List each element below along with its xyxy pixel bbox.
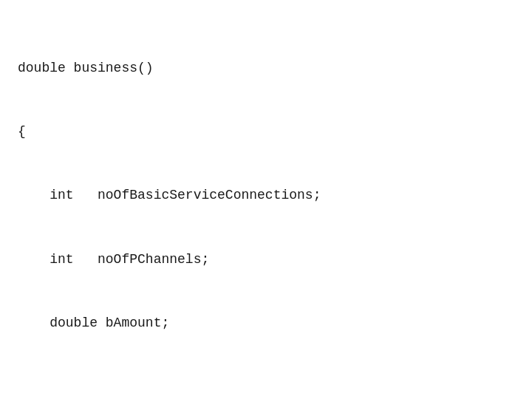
code-text-5: double bAmount; bbox=[18, 313, 514, 334]
code-line-4: int noOfPChannels; bbox=[18, 249, 514, 270]
code-text-1: double business() bbox=[18, 58, 514, 79]
code-container: double business() { int noOfBasicService… bbox=[18, 15, 514, 399]
code-text-3: int noOfBasicServiceConnections; bbox=[18, 185, 514, 206]
code-blank-1 bbox=[18, 377, 514, 398]
code-line-3: int noOfBasicServiceConnections; bbox=[18, 185, 514, 206]
code-line-1: double business() bbox=[18, 58, 514, 79]
code-line-2: { bbox=[18, 121, 514, 143]
code-text-4: int noOfPChannels; bbox=[18, 249, 514, 270]
code-line-5: double bAmount; bbox=[18, 313, 514, 334]
code-line-blank-1 bbox=[18, 377, 514, 398]
code-text-2: { bbox=[18, 121, 514, 143]
